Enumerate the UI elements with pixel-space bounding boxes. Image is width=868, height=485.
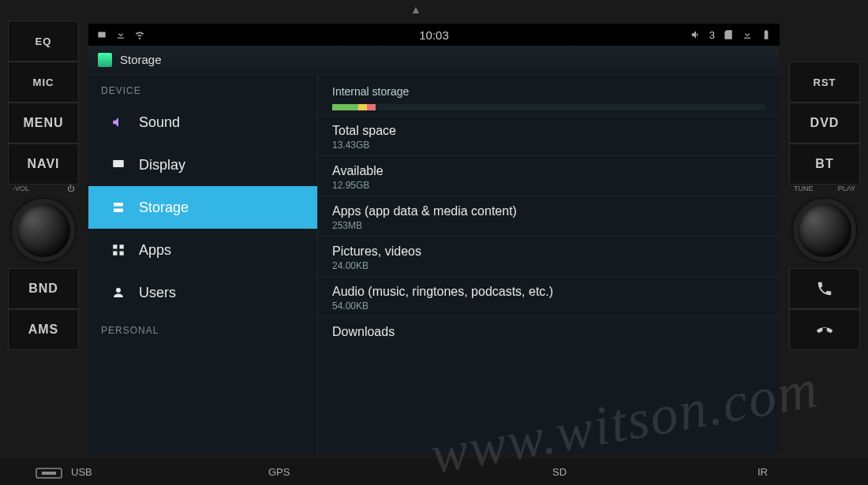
usb-label: USB	[71, 466, 92, 478]
bnd-button[interactable]: BND	[8, 268, 79, 309]
battery-icon	[761, 29, 772, 40]
menu-button[interactable]: MENU	[8, 103, 79, 144]
sidebar-item-label: Storage	[139, 200, 189, 216]
sidebar-item-display[interactable]: Display	[88, 144, 317, 186]
usage-seg-audio	[367, 104, 376, 110]
sd-label: SD	[552, 466, 567, 478]
sidebar-item-users[interactable]: Users	[88, 271, 317, 314]
play-label: PLAY	[838, 185, 855, 192]
download-status-icon	[742, 29, 753, 40]
svg-rect-5	[120, 252, 124, 256]
storage-row-pictures[interactable]: Pictures, videos 24.00KB	[318, 236, 780, 276]
internal-storage-header: Internal storage	[318, 74, 780, 104]
storage-row-available[interactable]: Available 12.95GB	[318, 155, 780, 196]
sidebar-item-storage[interactable]: Storage	[88, 186, 317, 229]
apps-icon	[110, 242, 126, 258]
volume-icon[interactable]	[690, 29, 702, 40]
svg-rect-2	[113, 244, 117, 248]
eq-button[interactable]: EQ	[8, 21, 79, 62]
status-time: 10:03	[419, 28, 449, 42]
users-icon	[110, 285, 126, 300]
settings-panes: DEVICE Sound Display Storage Apps	[88, 74, 780, 453]
sidebar-item-apps[interactable]: Apps	[88, 229, 317, 271]
usb-port-icon	[36, 466, 62, 480]
rst-button[interactable]: RST	[789, 62, 860, 103]
volume-knob-area: -VOL⏻	[8, 185, 79, 268]
phone-pickup-button[interactable]	[789, 268, 860, 309]
phone-icon	[816, 280, 833, 297]
disc-slot-strip: ▲	[0, 0, 868, 21]
sidebar-item-label: Sound	[139, 114, 180, 131]
gps-label: GPS	[268, 466, 290, 478]
navi-button[interactable]: NAVI	[8, 144, 79, 185]
phone-hangup-icon	[816, 321, 833, 338]
sidebar-item-sound[interactable]: Sound	[88, 101, 317, 144]
sidebar-item-label: Display	[139, 157, 185, 173]
svg-point-6	[116, 288, 121, 293]
dvd-button[interactable]: DVD	[789, 103, 860, 144]
tune-knob[interactable]	[793, 199, 856, 262]
wifi-icon	[134, 29, 145, 40]
head-unit: ▲ EQ MIC MENU NAVI -VOL⏻ BND AMS . RST D…	[0, 0, 868, 485]
status-bar: 10:03 3	[88, 24, 780, 46]
mic-button[interactable]: MIC	[8, 62, 79, 103]
volume-knob[interactable]	[12, 199, 75, 262]
eject-icon: ▲	[410, 3, 421, 16]
page-title: Storage	[120, 53, 162, 66]
storage-row-total[interactable]: Total space 13.43GB	[318, 115, 780, 155]
bt-button[interactable]: BT	[789, 144, 860, 185]
storage-usage-bar	[332, 104, 765, 110]
tune-label: TUNE	[794, 185, 814, 192]
settings-icon[interactable]	[98, 53, 112, 67]
sd-status-icon	[723, 29, 734, 40]
hw-right-column: . RST DVD BT TUNEPLAY	[789, 21, 860, 350]
vol-minus-label: -VOL	[13, 185, 29, 192]
storage-row-audio[interactable]: Audio (music, ringtones, podcasts, etc.)…	[318, 276, 780, 316]
sidebar-item-label: Users	[139, 285, 176, 301]
svg-rect-3	[120, 244, 124, 248]
volume-level: 3	[709, 29, 715, 41]
ams-button[interactable]: AMS	[8, 309, 79, 350]
touchscreen: 10:03 3 Storage DEVICE Sound	[88, 24, 780, 453]
bottom-hw-strip: USB GPS SD IR	[0, 458, 868, 485]
section-device: DEVICE	[88, 74, 317, 101]
svg-rect-0	[98, 32, 105, 38]
display-icon	[110, 157, 126, 173]
svg-rect-4	[113, 252, 117, 256]
ir-label: IR	[758, 466, 768, 478]
storage-icon	[110, 200, 126, 215]
tune-knob-area: TUNEPLAY	[789, 185, 860, 268]
phone-hangup-button[interactable]	[789, 309, 860, 350]
usage-seg-apps	[332, 104, 358, 110]
storage-row-apps[interactable]: Apps (app data & media content) 253MB	[318, 196, 780, 236]
settings-titlebar: Storage	[88, 46, 780, 74]
memory-icon	[96, 29, 107, 40]
usage-seg-pics	[358, 104, 367, 110]
section-personal: PERSONAL	[88, 314, 317, 341]
svg-rect-8	[42, 472, 56, 475]
download-icon	[115, 29, 126, 40]
sidebar-item-label: Apps	[139, 242, 171, 259]
hw-left-column: EQ MIC MENU NAVI -VOL⏻ BND AMS	[8, 21, 79, 350]
settings-sidebar: DEVICE Sound Display Storage Apps	[88, 74, 317, 453]
sound-icon	[110, 114, 126, 130]
svg-rect-1	[113, 160, 124, 167]
storage-row-downloads[interactable]: Downloads	[318, 316, 780, 345]
power-icon: ⏻	[67, 185, 74, 192]
storage-panel: Internal storage Total space 13.43GB Ava…	[317, 74, 780, 453]
